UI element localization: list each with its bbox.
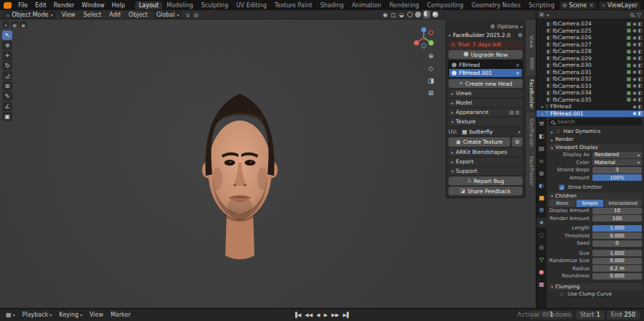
outliner-row[interactable]: ◧fbCamera.026▦◉◧ xyxy=(536,34,644,41)
use-clump-curve-row[interactable]: Use Clump Curve xyxy=(549,290,642,298)
playback-menu[interactable]: Playback ▾ xyxy=(21,312,54,318)
expand-icon[interactable]: ▸ xyxy=(542,111,544,116)
tab-constraints[interactable]: ◎ xyxy=(536,243,547,252)
tab-facetracker[interactable]: FaceTracker xyxy=(526,153,536,190)
tool-option-icon[interactable]: ▦ xyxy=(11,21,18,28)
outliner-row[interactable]: ◧fbCamera.031▦◉◧ xyxy=(536,69,644,76)
orientation-dropdown[interactable]: Global ▾ xyxy=(153,11,182,19)
workspace-tab-rendering[interactable]: Rendering xyxy=(386,1,423,9)
show-emitter-row[interactable]: ✓ Show Emitter xyxy=(549,184,642,192)
eye-icon[interactable]: ◉ xyxy=(632,62,637,68)
tab-texture[interactable]: ▦ xyxy=(536,280,547,289)
scale-tool[interactable]: ◿ xyxy=(2,71,12,81)
grid-view-icon[interactable]: ▥ xyxy=(515,110,520,115)
shading-solid-icon[interactable] xyxy=(415,12,421,17)
next-keyframe-button[interactable]: ▶▶ xyxy=(331,312,339,318)
render-visibility-icon[interactable]: ◧ xyxy=(638,21,643,27)
shading-wireframe-icon[interactable] xyxy=(407,12,413,17)
outliner-row[interactable]: ◧fbCamera.034▦◉◧ xyxy=(536,89,644,97)
tab-physics[interactable]: ◌ xyxy=(536,230,547,240)
export-section-header[interactable]: ▸ Export xyxy=(448,158,523,166)
tab-material[interactable]: ● xyxy=(536,267,547,277)
gizmos-toggle-icon[interactable]: ◉ xyxy=(382,12,387,18)
views-section-header[interactable]: ▸ Views xyxy=(448,89,523,97)
xray-toggle-icon[interactable]: ◒ xyxy=(399,12,404,18)
shading-material-icon[interactable] xyxy=(424,11,430,17)
gear-icon[interactable]: ⚙ xyxy=(518,32,523,38)
tool-option-icon[interactable]: ▣ xyxy=(20,21,27,28)
children-mode-none[interactable]: None xyxy=(549,200,576,207)
facebuilder-panel-header[interactable]: ▾ FaceBuilder 2025.2.0 ⚙ xyxy=(448,31,523,39)
menu-help[interactable]: Help xyxy=(109,2,128,9)
amount-slider[interactable]: 100% xyxy=(592,174,642,181)
eye-icon[interactable]: ◉ xyxy=(632,49,637,54)
appearance-section-header[interactable]: ▸ Appearance ▤ ▥ xyxy=(448,108,523,116)
hair-dynamics-checkbox[interactable] xyxy=(555,129,561,134)
length-slider[interactable]: 1.000 xyxy=(592,225,642,232)
tab-render[interactable]: ◧ xyxy=(536,131,547,141)
list-view-icon[interactable]: ▤ xyxy=(510,110,514,115)
vp-menu-select[interactable]: Select xyxy=(81,12,104,18)
select-box-tool[interactable]: ↖ xyxy=(2,31,12,40)
render-visibility-icon[interactable]: ◧ xyxy=(638,41,643,47)
rotate-tool[interactable]: ↻ xyxy=(2,61,12,70)
render-visibility-icon[interactable]: ◧ xyxy=(638,83,643,89)
tab-view[interactable]: View xyxy=(526,32,536,52)
workspace-tab-compositing[interactable]: Compositing xyxy=(424,1,467,9)
eye-icon[interactable]: ◉ xyxy=(632,21,637,27)
render-visibility-icon[interactable]: ◧ xyxy=(638,55,643,61)
delete-head-icon[interactable]: × xyxy=(515,62,520,68)
render-header[interactable]: ▸ Render xyxy=(549,136,642,143)
arkit-section-header[interactable]: ▸ ARKit Blendshapes xyxy=(448,148,523,156)
chevron-down-icon[interactable]: ▾ xyxy=(547,12,549,17)
render-amount-field[interactable]: 100 xyxy=(592,215,642,222)
display-as-dropdown[interactable]: Rendered ▾ xyxy=(592,152,642,158)
workspace-tab-sculpting[interactable]: Sculpting xyxy=(198,1,232,9)
zoom-icon[interactable]: ⊕ xyxy=(428,52,434,60)
render-visibility-icon[interactable]: ◧ xyxy=(638,35,643,41)
tab-world[interactable]: ◐ xyxy=(536,181,547,190)
workspace-tab-scripting[interactable]: Scripting xyxy=(525,1,558,9)
roundness-field[interactable]: 0.000 xyxy=(592,273,642,280)
tab-mmd[interactable]: MMD xyxy=(526,54,536,73)
share-feedback-button[interactable]: ◪ Share Feedback xyxy=(448,187,523,195)
eye-icon[interactable]: ◉ xyxy=(632,76,637,82)
size-field[interactable]: 1.000 xyxy=(592,250,642,256)
vp-menu-add[interactable]: Add xyxy=(107,12,123,18)
eye-icon[interactable]: ◉ xyxy=(632,28,637,33)
workspace-tab-modeling[interactable]: Modeling xyxy=(163,1,196,9)
annotate-tool[interactable]: ✎ xyxy=(2,92,12,101)
mode-dropdown[interactable]: ◎ Object Mode ▾ xyxy=(3,11,56,19)
menu-window[interactable]: Window xyxy=(79,2,108,9)
viewlayer-selector[interactable]: ▫ ViewLayer xyxy=(599,1,640,9)
workspace-tab-uv-editing[interactable]: UV Editing xyxy=(233,1,270,9)
blender-logo-icon[interactable] xyxy=(4,2,12,9)
marker-menu[interactable]: Marker xyxy=(109,312,132,318)
cursor-tool[interactable]: ⊕ xyxy=(2,41,12,50)
workspace-tab-geometry-nodes[interactable]: Geometry Nodes xyxy=(468,1,524,9)
head-list-item[interactable]: ☻ FBHead × xyxy=(449,61,522,69)
search-icon[interactable] xyxy=(630,13,634,17)
tab-object-data[interactable]: ▽ xyxy=(536,255,547,264)
children-mode-interpolated[interactable]: Interpolated xyxy=(604,200,642,207)
jump-to-end-button[interactable]: ▶▌ xyxy=(343,312,351,318)
start-frame-field[interactable]: Start 1 xyxy=(576,311,605,320)
render-visibility-icon[interactable]: ◧ xyxy=(638,97,643,102)
show-emitter-checkbox[interactable]: ✓ xyxy=(559,184,565,190)
outliner-display-mode-icon[interactable]: ▦ xyxy=(539,12,544,17)
transform-tool[interactable]: ⊞ xyxy=(2,81,12,91)
upgrade-now-button[interactable]: ☻ Upgrade Now xyxy=(448,50,523,59)
expand-icon[interactable]: ▸ xyxy=(542,104,544,109)
outliner-row[interactable]: ◧fbCamera.030▦◉◧ xyxy=(536,62,644,69)
menu-file[interactable]: File xyxy=(15,2,31,9)
jump-to-start-button[interactable]: ▐◀ xyxy=(294,312,302,318)
use-clump-curve-checkbox[interactable] xyxy=(559,291,565,297)
report-bug-button[interactable]: ⚠ Report Bug xyxy=(448,176,523,185)
support-section-header[interactable]: ▾ Support xyxy=(448,167,523,175)
measure-tool[interactable]: ∠ xyxy=(2,102,12,111)
radius-field[interactable]: 0.2 m xyxy=(592,265,642,272)
outliner-row[interactable]: ◧fbCamera.027▦◉◧ xyxy=(536,41,644,49)
overlays-toggle-icon[interactable]: ◫ xyxy=(390,12,396,18)
options-dropdown[interactable]: ⚙ Options ▾ xyxy=(448,23,523,30)
scene-selector[interactable]: ◍ Scene × xyxy=(560,1,597,9)
